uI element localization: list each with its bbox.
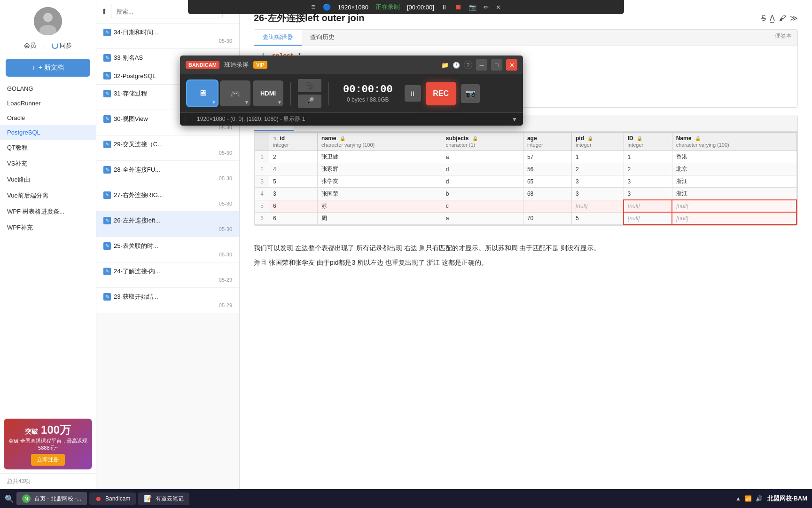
- bandicam-game-mode-button[interactable]: 🎮 ▼: [220, 80, 250, 106]
- col-id[interactable]: ⇅ id integer: [269, 133, 318, 151]
- table-row: 3 5 张学友 d 65 3 3 浙江: [255, 175, 797, 188]
- cell-Name: 北京: [672, 163, 796, 175]
- lock-icon-Name: 🔒: [695, 136, 701, 141]
- cell-ID: 1: [624, 151, 672, 163]
- taskbar-system-icons: ▲ 📶 🔊: [735, 495, 763, 502]
- arrow-up-icon[interactable]: ▲: [735, 495, 741, 502]
- notes-label[interactable]: 便签本: [769, 30, 797, 46]
- sidebar-ad-banner[interactable]: 突破 100万 突破 全国直播课程平台，最高返现5888元~ 立即注册: [4, 419, 92, 469]
- col-age[interactable]: age integer: [523, 133, 571, 151]
- col-ID[interactable]: ID 🔒 integer: [624, 133, 672, 151]
- bandicam-screen-mode-button[interactable]: 🖥 ▼: [187, 80, 218, 106]
- ad-amount: 突破 100万: [8, 422, 88, 437]
- taskbar-item-bandicam[interactable]: ⏺ Bandicam: [89, 492, 136, 505]
- cell-pid: 3: [571, 175, 624, 188]
- cell-subjects: c: [442, 200, 523, 212]
- note-item-27[interactable]: ✎ 27-右外连接RIG... 05-30: [96, 186, 239, 212]
- sidebar-item-golang[interactable]: GOLANG: [0, 81, 96, 96]
- taskbar: 🔍 N 首页 - 北盟网校 -... ⏺ Bandicam 📝 有道云笔记 ▲ …: [0, 489, 812, 508]
- bandicam-photo-button[interactable]: 📷: [461, 84, 480, 103]
- sidebar-item-oracle[interactable]: Oracle: [0, 111, 96, 125]
- sidebar-item-loadrunner[interactable]: LoadRunner: [0, 96, 96, 111]
- gamepad-icon: 🎮: [230, 88, 241, 99]
- network-icon[interactable]: 📶: [745, 495, 752, 502]
- new-doc-button[interactable]: + + 新文档: [6, 59, 90, 77]
- taskbar-item-youdao[interactable]: 📝 有道云笔记: [138, 492, 189, 505]
- underline-a-icon[interactable]: A̲: [770, 14, 775, 23]
- cell-name: 张家辉: [318, 163, 442, 175]
- sidebar-item-wpf-tree[interactable]: WPF-树表格进度条...: [0, 204, 96, 220]
- cell-name: 张国荣: [318, 188, 442, 200]
- note-icon-34: ✎: [103, 29, 111, 36]
- bandicam-help-icon[interactable]: ?: [464, 61, 472, 69]
- col-subjects[interactable]: subjects 🔒 character (1): [442, 133, 523, 151]
- bandicam-maximize-button[interactable]: □: [491, 59, 502, 71]
- taskbar-search-icon[interactable]: 🔍: [5, 494, 14, 503]
- data-panel: 数据输出 解释 消息 通知 ⇅ id integer name: [254, 115, 798, 226]
- taskbar-item-youdao-icon: 📝: [144, 495, 152, 502]
- volume-icon[interactable]: 🔊: [756, 495, 763, 502]
- note-item-26[interactable]: ✎ 26-左外连接left... 05-30: [96, 212, 239, 237]
- bandicam-subtitle: 班迪录屏: [224, 61, 249, 69]
- col-name[interactable]: name 🔒 character varying (100): [318, 133, 442, 151]
- highlight-icon[interactable]: 🖌: [779, 14, 786, 23]
- ad-register-button[interactable]: 立即注册: [31, 454, 65, 466]
- taskbar-item-homepage[interactable]: N 首页 - 北盟网校 -...: [16, 492, 87, 505]
- note-date-23: 05-29: [103, 302, 232, 308]
- row-num: 5: [255, 200, 269, 212]
- col-pid[interactable]: pid 🔒 integer: [571, 133, 624, 151]
- note-item-23[interactable]: ✎ 23-获取开始结... 05-29: [96, 288, 239, 313]
- sync-label[interactable]: 同步: [52, 41, 72, 50]
- note-item-34[interactable]: ✎ 34-日期和时间... 05-30: [96, 24, 239, 49]
- note-icon-26: ✎: [103, 217, 111, 224]
- sidebar-item-vue-router[interactable]: Vue路由: [0, 172, 96, 188]
- top-bar-appname: 1920×1080: [338, 4, 368, 11]
- sidebar-item-wpf-extra[interactable]: WPF补充: [0, 220, 96, 236]
- top-bar-camera-btn[interactable]: 📷: [469, 4, 476, 11]
- top-bar-menu[interactable]: ≡: [311, 3, 315, 11]
- bandicam-clock-icon[interactable]: 🕐: [453, 62, 460, 69]
- note-item-24[interactable]: ✎ 24-了解连接-内... 05-29: [96, 262, 239, 288]
- cell-age: 57: [523, 151, 571, 163]
- bandicam-titlebar: BANDICAM 班迪录屏 VIP 📁 🕐 ? ─ □ ✕: [180, 56, 523, 74]
- note-icon-28: ✎: [103, 166, 111, 174]
- bandicam-folder-icon[interactable]: 📁: [441, 62, 449, 69]
- note-date-26: 05-30: [103, 226, 232, 232]
- cell-id: 6: [269, 200, 318, 212]
- bandicam-pause-button[interactable]: ⏸: [405, 85, 421, 102]
- col-Name[interactable]: Name 🔒 character varying (100): [672, 133, 796, 151]
- bandicam-body: 🖥 ▼ 🎮 ▼ HDMI ▼ 🎥 🎤 00:00:00 0 bytes / 88…: [180, 74, 523, 112]
- lock-icon-pid: 🔒: [587, 136, 593, 141]
- expand-icon[interactable]: ≫: [790, 14, 798, 23]
- bandicam-mic-video-button[interactable]: 🎥: [298, 79, 321, 92]
- strikethrough-icon[interactable]: S̶: [761, 14, 766, 23]
- sidebar-item-postgresql[interactable]: PostgreSQL: [0, 125, 96, 140]
- sidebar-item-vs[interactable]: VS补充: [0, 156, 96, 172]
- bandicam-close-button[interactable]: ✕: [506, 59, 517, 71]
- top-bar-stop-btn[interactable]: ⏹: [454, 3, 462, 11]
- avatar: [34, 7, 62, 35]
- tab-query-editor[interactable]: 查询编辑器: [254, 30, 302, 46]
- top-bar-close-btn[interactable]: ✕: [496, 4, 501, 11]
- sidebar-item-vue-frontend[interactable]: Vue前后端分离: [0, 188, 96, 204]
- upload-icon[interactable]: ⬆: [101, 7, 107, 16]
- note-item-29[interactable]: ✎ 29-交叉连接（C... 05-30: [96, 135, 239, 161]
- data-table: ⇅ id integer name 🔒 character varying (1…: [255, 132, 797, 225]
- top-bar-pen-btn[interactable]: ✏: [484, 4, 489, 11]
- note-item-25[interactable]: ✎ 25-表关联的时... 05-30: [96, 237, 239, 262]
- note-item-28[interactable]: ✎ 28-全外连接FU... 05-30: [96, 161, 239, 186]
- row-num: 1: [255, 151, 269, 163]
- bandicam-rec-button[interactable]: REC: [426, 82, 456, 105]
- bandicam-mic-audio-button[interactable]: 🎤: [298, 95, 321, 108]
- bandicam-hdmi-mode-button[interactable]: HDMI ▼: [253, 80, 283, 106]
- sidebar-item-qt[interactable]: QT教程: [0, 140, 96, 156]
- cell-subjects: a: [442, 151, 523, 163]
- tab-query-history[interactable]: 查询历史: [302, 30, 343, 46]
- bandicam-resolution-bar: 1920×1080 - (0, 0), (1920, 1080) - 显示器 1…: [180, 112, 523, 126]
- bandicam-minimize-button[interactable]: ─: [476, 59, 487, 71]
- svg-point-1: [43, 13, 53, 22]
- cell-Name: 浙江: [672, 175, 796, 188]
- resolution-dropdown-icon[interactable]: ▼: [512, 116, 517, 123]
- top-bar-pause-btn[interactable]: ⏸: [441, 4, 447, 11]
- member-label[interactable]: 会员: [24, 41, 36, 50]
